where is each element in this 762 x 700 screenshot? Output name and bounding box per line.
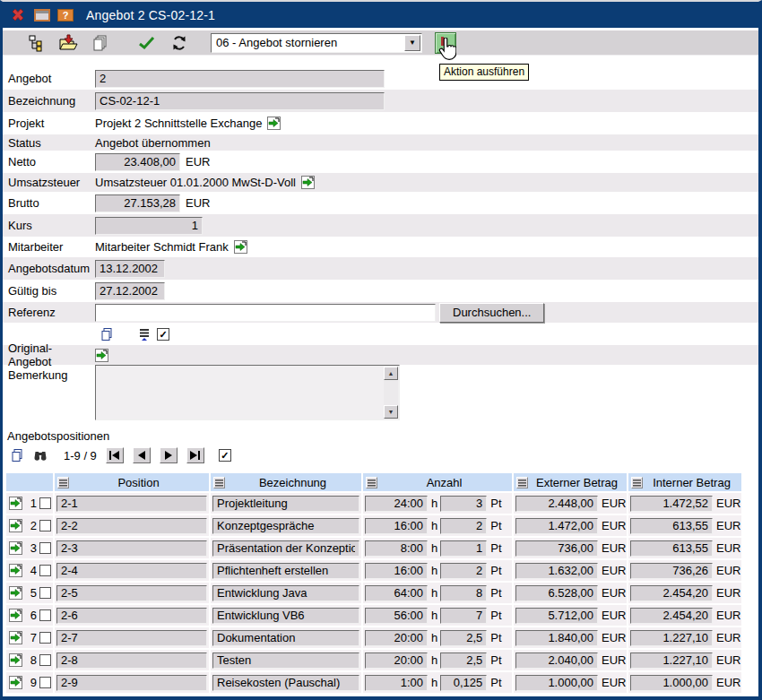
checkbox-checked-icon[interactable]: ✓ <box>157 328 169 341</box>
help-icon[interactable]: ? <box>57 9 74 22</box>
import-button[interactable] <box>56 32 80 54</box>
nav-next-button[interactable] <box>160 447 178 463</box>
column-menu-icon[interactable] <box>366 477 377 488</box>
open-position-icon[interactable] <box>9 519 22 532</box>
position-input[interactable] <box>56 496 207 512</box>
hours-input[interactable] <box>365 652 428 669</box>
bemerkung-scrollbar[interactable]: ▲ ▼ <box>384 367 398 419</box>
position-input[interactable] <box>56 518 207 534</box>
gueltig-bis-input[interactable] <box>95 282 165 300</box>
bezeichnung-input[interactable] <box>212 585 359 601</box>
intern-amount-input[interactable] <box>630 518 713 534</box>
open-position-icon[interactable] <box>9 497 22 510</box>
select-all-icon[interactable]: ✓ <box>219 449 231 462</box>
goto-projekt-icon[interactable] <box>267 117 281 130</box>
header-bezeichnung[interactable]: Bezeichnung <box>211 473 361 491</box>
header-position[interactable]: Position <box>55 473 209 491</box>
extern-amount-input[interactable] <box>515 630 598 646</box>
header-externer-betrag[interactable]: Externer Betrag <box>514 473 627 491</box>
scroll-down-icon[interactable]: ▼ <box>384 405 398 419</box>
extern-amount-input[interactable] <box>515 540 598 557</box>
copy-position-icon[interactable] <box>8 447 26 463</box>
position-input[interactable] <box>56 630 207 646</box>
points-input[interactable] <box>440 563 487 579</box>
points-input[interactable] <box>440 630 487 646</box>
close-icon[interactable] <box>9 7 27 23</box>
points-input[interactable] <box>440 652 487 669</box>
position-input[interactable] <box>56 540 207 557</box>
open-position-icon[interactable] <box>9 586 22 600</box>
refresh-button[interactable] <box>168 32 191 54</box>
hours-input[interactable] <box>365 585 428 601</box>
bezeichnung-input[interactable] <box>212 675 359 691</box>
points-input[interactable] <box>440 675 487 691</box>
goto-umsatzsteuer-icon[interactable] <box>301 176 315 189</box>
nav-prev-button[interactable] <box>133 447 151 463</box>
action-select[interactable]: 06 - Angebot stornieren ▼ <box>211 33 422 53</box>
extern-amount-input[interactable] <box>515 563 598 579</box>
open-position-icon[interactable] <box>9 564 22 577</box>
points-input[interactable] <box>440 540 487 557</box>
row-checkbox[interactable] <box>39 677 51 688</box>
scroll-up-icon[interactable]: ▲ <box>384 367 398 380</box>
chevron-down-icon[interactable]: ▼ <box>404 35 420 51</box>
intern-amount-input[interactable] <box>630 608 713 624</box>
open-position-icon[interactable] <box>9 653 22 667</box>
nav-first-button[interactable] <box>106 447 124 463</box>
hours-input[interactable] <box>365 540 428 557</box>
row-checkbox[interactable] <box>39 542 51 554</box>
intern-amount-input[interactable] <box>630 630 713 646</box>
netto-input[interactable] <box>95 153 180 171</box>
intern-amount-input[interactable] <box>630 563 713 579</box>
intern-amount-input[interactable] <box>630 675 713 691</box>
row-checkbox[interactable] <box>39 632 51 644</box>
column-menu-icon[interactable] <box>213 477 225 488</box>
nav-last-button[interactable] <box>186 447 204 463</box>
points-input[interactable] <box>440 585 487 601</box>
bezeichnung-input[interactable] <box>212 630 359 646</box>
points-input[interactable] <box>440 608 487 624</box>
intern-amount-input[interactable] <box>630 540 713 557</box>
goto-mitarbeiter-icon[interactable] <box>234 240 247 254</box>
kurs-input[interactable] <box>95 217 203 235</box>
column-menu-icon[interactable] <box>57 477 69 488</box>
column-menu-icon[interactable] <box>516 477 528 488</box>
bezeichnung-input[interactable] <box>212 518 359 534</box>
brutto-input[interactable] <box>95 194 180 212</box>
extern-amount-input[interactable] <box>515 652 598 669</box>
bemerkung-textarea[interactable] <box>97 367 382 419</box>
execute-action-button[interactable] <box>435 32 456 54</box>
extern-amount-input[interactable] <box>515 585 598 601</box>
list-sort-icon[interactable] <box>135 326 153 342</box>
copy-reference-icon[interactable] <box>98 326 116 342</box>
bezeichnung-input[interactable] <box>212 608 359 624</box>
bezeichnung-input[interactable] <box>212 652 359 669</box>
referenz-input[interactable] <box>95 304 436 322</box>
bezeichnung-input[interactable] <box>212 540 359 557</box>
hours-input[interactable] <box>365 608 428 624</box>
position-input[interactable] <box>56 585 207 601</box>
extern-amount-input[interactable] <box>515 518 598 534</box>
extern-amount-input[interactable] <box>515 496 598 512</box>
position-input[interactable] <box>56 652 207 669</box>
open-position-icon[interactable] <box>9 631 22 644</box>
angebotsdatum-input[interactable] <box>95 260 165 278</box>
bezeichnung-input[interactable] <box>95 92 385 110</box>
open-position-icon[interactable] <box>9 676 22 689</box>
hours-input[interactable] <box>365 563 428 579</box>
extern-amount-input[interactable] <box>515 608 598 624</box>
header-anzahl[interactable]: Anzahl <box>363 473 512 491</box>
position-input[interactable] <box>56 608 207 624</box>
copy-button[interactable] <box>89 32 112 54</box>
row-checkbox[interactable] <box>39 609 51 621</box>
open-position-icon[interactable] <box>9 609 22 622</box>
structure-tree-button[interactable] <box>24 32 48 54</box>
open-position-icon[interactable] <box>9 541 22 555</box>
position-input[interactable] <box>56 675 207 691</box>
browse-button[interactable]: Durchsuchen... <box>439 303 544 323</box>
bezeichnung-input[interactable] <box>212 496 359 512</box>
position-input[interactable] <box>56 563 207 579</box>
row-checkbox[interactable] <box>39 654 51 666</box>
intern-amount-input[interactable] <box>630 585 713 601</box>
column-menu-icon[interactable] <box>631 477 643 488</box>
